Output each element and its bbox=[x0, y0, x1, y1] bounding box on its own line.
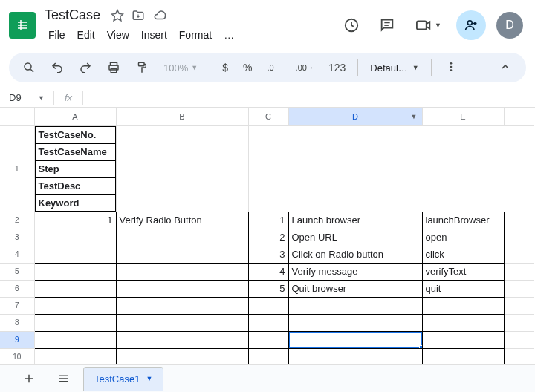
cell[interactable] bbox=[422, 314, 504, 331]
cell[interactable] bbox=[288, 314, 422, 331]
cell[interactable] bbox=[422, 331, 504, 348]
star-icon[interactable] bbox=[111, 9, 124, 22]
row-header[interactable]: 10 bbox=[0, 348, 34, 365]
undo-button[interactable] bbox=[45, 56, 70, 79]
column-header[interactable]: E bbox=[422, 108, 504, 125]
comments-icon[interactable] bbox=[374, 13, 400, 38]
cell[interactable] bbox=[288, 297, 422, 314]
cell[interactable] bbox=[34, 314, 116, 331]
cell[interactable]: Keyword bbox=[35, 195, 116, 212]
doc-title[interactable]: TestCase bbox=[42, 6, 103, 24]
move-to-folder-icon[interactable] bbox=[132, 9, 145, 22]
cell[interactable] bbox=[116, 331, 248, 348]
zoom-select[interactable]: 100%▼ bbox=[158, 58, 204, 78]
row-header[interactable]: 3 bbox=[0, 229, 34, 246]
cell[interactable] bbox=[248, 331, 288, 348]
cell[interactable] bbox=[504, 229, 534, 246]
more-formats-button[interactable]: 123 bbox=[322, 57, 351, 78]
cell[interactable] bbox=[248, 348, 288, 365]
cell[interactable]: 1 bbox=[34, 212, 116, 229]
row-header[interactable]: 9 bbox=[0, 331, 34, 348]
row-header[interactable]: 5 bbox=[0, 263, 34, 280]
cell[interactable]: 4 bbox=[248, 263, 288, 280]
cell[interactable] bbox=[34, 280, 116, 297]
cell[interactable] bbox=[422, 297, 504, 314]
redo-button[interactable] bbox=[73, 56, 98, 79]
cell[interactable] bbox=[116, 348, 248, 365]
cell[interactable]: click bbox=[422, 246, 504, 263]
column-header[interactable]: D▼ bbox=[288, 108, 422, 125]
collapse-toolbar-button[interactable] bbox=[492, 56, 519, 79]
cell[interactable]: Launch browser bbox=[288, 212, 422, 229]
cell[interactable] bbox=[504, 246, 534, 263]
cloud-status-icon[interactable] bbox=[152, 9, 167, 22]
row-header[interactable]: 8 bbox=[0, 314, 34, 331]
decrease-decimal-button[interactable]: .0← bbox=[261, 59, 286, 76]
cell[interactable] bbox=[34, 297, 116, 314]
sheet-tab-active[interactable]: TestCase1 ▼ bbox=[83, 367, 163, 391]
format-currency-button[interactable]: $ bbox=[216, 57, 234, 78]
cell[interactable] bbox=[34, 229, 116, 246]
paint-format-button[interactable] bbox=[129, 56, 155, 79]
cell[interactable]: Quit browser bbox=[288, 280, 422, 297]
row-header[interactable]: 1 bbox=[0, 125, 34, 212]
cell[interactable] bbox=[34, 263, 116, 280]
cell[interactable] bbox=[504, 263, 534, 280]
cell[interactable]: verifyText bbox=[422, 263, 504, 280]
cell[interactable] bbox=[116, 314, 248, 331]
share-button[interactable] bbox=[456, 10, 486, 40]
cell[interactable] bbox=[504, 331, 534, 348]
cell[interactable]: 2 bbox=[248, 229, 288, 246]
cell[interactable]: TestDesc bbox=[35, 177, 116, 195]
sheets-logo[interactable] bbox=[9, 12, 36, 39]
cell[interactable] bbox=[504, 212, 534, 229]
font-select[interactable]: Defaul…▼ bbox=[364, 58, 425, 78]
cell[interactable]: 5 bbox=[248, 280, 288, 297]
column-header[interactable]: A bbox=[34, 108, 116, 125]
print-button[interactable] bbox=[101, 56, 126, 79]
cell[interactable] bbox=[504, 297, 534, 314]
cell[interactable] bbox=[34, 348, 116, 365]
history-icon[interactable] bbox=[339, 13, 364, 38]
column-header[interactable]: B bbox=[116, 108, 248, 125]
menu-edit[interactable]: Edit bbox=[72, 26, 100, 44]
menu-view[interactable]: View bbox=[102, 26, 134, 44]
search-menu-icon[interactable] bbox=[16, 56, 42, 79]
cell[interactable]: 1 bbox=[248, 212, 288, 229]
cell[interactable] bbox=[248, 314, 288, 331]
spreadsheet-grid[interactable]: ABCD▼E 1TestCaseNo.TestCaseNameStepTestD… bbox=[0, 108, 535, 392]
add-sheet-button[interactable] bbox=[15, 366, 43, 391]
cell[interactable] bbox=[504, 314, 534, 331]
cell[interactable]: TestCaseNo. bbox=[35, 126, 116, 143]
row-header[interactable]: 2 bbox=[0, 212, 34, 229]
cell[interactable]: launchBrowser bbox=[422, 212, 504, 229]
cell[interactable] bbox=[422, 348, 504, 365]
menu-format[interactable]: Format bbox=[174, 26, 217, 44]
menu-insert[interactable]: Insert bbox=[136, 26, 172, 44]
cell[interactable] bbox=[504, 280, 534, 297]
cell[interactable] bbox=[248, 297, 288, 314]
column-header[interactable] bbox=[504, 108, 534, 125]
cell[interactable] bbox=[288, 348, 422, 365]
all-sheets-button[interactable] bbox=[49, 366, 77, 391]
cell[interactable]: Click on Radio button bbox=[288, 246, 422, 263]
cell[interactable] bbox=[116, 246, 248, 263]
row-header[interactable]: 4 bbox=[0, 246, 34, 263]
meet-icon[interactable]: ▼ bbox=[410, 13, 446, 38]
cell[interactable] bbox=[34, 246, 116, 263]
cell[interactable] bbox=[116, 280, 248, 297]
chevron-down-icon[interactable]: ▼ bbox=[411, 113, 418, 120]
column-header[interactable]: C bbox=[248, 108, 288, 125]
cell[interactable]: Verify Radio Button bbox=[116, 212, 248, 229]
cell[interactable] bbox=[116, 229, 248, 246]
row-header[interactable]: 7 bbox=[0, 297, 34, 314]
cell[interactable] bbox=[116, 297, 248, 314]
cell[interactable] bbox=[116, 263, 248, 280]
cell[interactable]: open bbox=[422, 229, 504, 246]
format-percent-button[interactable]: % bbox=[237, 57, 258, 78]
cell[interactable]: 3 bbox=[248, 246, 288, 263]
cell[interactable]: Step bbox=[35, 160, 116, 177]
cell[interactable] bbox=[288, 331, 422, 348]
cell[interactable] bbox=[116, 125, 248, 212]
toolbar-more-button[interactable] bbox=[438, 56, 464, 79]
